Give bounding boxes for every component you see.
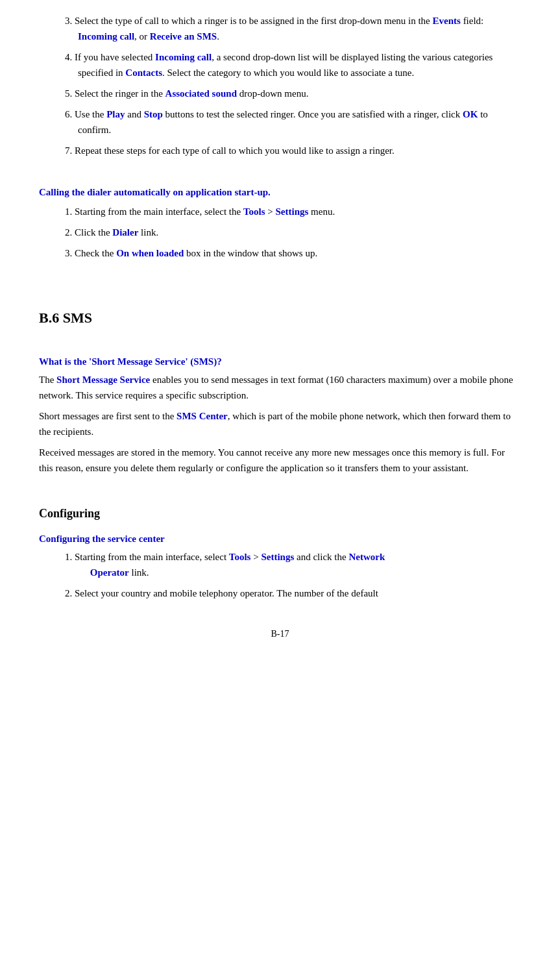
calling-heading: Calling the dialer automatically on appl… bbox=[39, 184, 521, 200]
events-link: Events bbox=[433, 16, 461, 26]
config-item-2-text: Select your country and mobile telephony… bbox=[75, 588, 378, 598]
tools-link: Tools bbox=[243, 206, 265, 217]
stop-link: Stop bbox=[144, 109, 163, 119]
item-3-number: 3. bbox=[65, 16, 75, 26]
calling-item-1-text: Starting from the main interface, select… bbox=[75, 206, 335, 217]
settings-link2: Settings bbox=[261, 552, 294, 562]
configuring-section: Configuring Configuring the service cent… bbox=[39, 504, 521, 601]
sms-para3: Received messages are stored in the memo… bbox=[39, 445, 521, 476]
calling-item-1-number: 1. bbox=[65, 206, 75, 217]
page-number: B-17 bbox=[271, 629, 289, 639]
sms-question-heading: What is the 'Short Message Service' (SMS… bbox=[39, 354, 521, 369]
item-4-text: If you have selected Incoming call, a se… bbox=[75, 52, 493, 78]
contacts-link: Contacts bbox=[125, 68, 162, 78]
page-footer: B-17 bbox=[39, 627, 521, 641]
item-7-text: Repeat these steps for each type of call… bbox=[75, 145, 395, 156]
item-6-number: 6. bbox=[65, 109, 75, 119]
calling-item-3-text: Check the On when loaded box in the wind… bbox=[75, 248, 317, 258]
calling-item-1: 1. Starting from the main interface, sel… bbox=[65, 204, 521, 219]
list-item-3: 3. Select the type of call to which a ri… bbox=[65, 13, 521, 44]
calling-item-3-number: 3. bbox=[65, 248, 75, 258]
config-item-1-number: 1. bbox=[65, 552, 75, 562]
config-item-2: 2. Select your country and mobile teleph… bbox=[65, 585, 521, 601]
list-item-5: 5. Select the ringer in the Associated s… bbox=[65, 86, 521, 101]
configuring-heading: Configuring bbox=[39, 504, 521, 523]
associated-sound-link: Associated sound bbox=[165, 88, 237, 99]
b6-sms-section: B.6 SMS bbox=[39, 306, 521, 329]
item-6-text: Use the Play and Stop buttons to test th… bbox=[75, 109, 488, 135]
calling-item-2: 2. Click the Dialer link. bbox=[65, 225, 521, 240]
page-content: 3. Select the type of call to which a ri… bbox=[39, 13, 521, 641]
item-4-number: 4. bbox=[65, 52, 75, 62]
calling-item-3: 3. Check the On when loaded box in the w… bbox=[65, 245, 521, 261]
configuring-service-center-heading: Configuring the service center bbox=[39, 531, 521, 547]
on-when-loaded-link: On when loaded bbox=[116, 248, 184, 258]
play-link: Play bbox=[106, 109, 125, 119]
sms-para1-before: The bbox=[39, 375, 56, 385]
tools-link2: Tools bbox=[229, 552, 251, 562]
dialer-link: Dialer bbox=[112, 227, 138, 238]
calling-section: Calling the dialer automatically on appl… bbox=[39, 184, 521, 261]
calling-heading-text: Calling the dialer automatically on appl… bbox=[39, 187, 268, 197]
sms-para1: The Short Message Service enables you to… bbox=[39, 372, 521, 403]
sms-para2: Short messages are first sent to the SMS… bbox=[39, 408, 521, 439]
calling-heading-suffix: . bbox=[268, 187, 271, 197]
item-7-number: 7. bbox=[65, 145, 75, 156]
config-item-1: 1. Starting from the main interface, sel… bbox=[65, 549, 521, 580]
numbered-list-top: 3. Select the type of call to which a ri… bbox=[39, 13, 521, 158]
calling-item-2-text: Click the Dialer link. bbox=[75, 227, 158, 238]
item-5-number: 5. bbox=[65, 88, 75, 99]
receive-sms-link: Receive an SMS bbox=[150, 31, 217, 42]
sms-para2-before: Short messages are first sent to the bbox=[39, 411, 177, 421]
b6-heading: B.6 SMS bbox=[39, 306, 521, 329]
ok-link: OK bbox=[463, 109, 478, 119]
config-item-1-text: Starting from the main interface, select… bbox=[75, 552, 385, 578]
calling-item-2-number: 2. bbox=[65, 227, 75, 238]
incoming-call-link: Incoming call bbox=[78, 31, 134, 42]
item-3-text: Select the type of call to which a ringe… bbox=[75, 16, 483, 42]
list-item-4: 4. If you have selected Incoming call, a… bbox=[65, 49, 521, 80]
list-item-6: 6. Use the Play and Stop buttons to test… bbox=[65, 106, 521, 138]
list-item-7: 7. Repeat these steps for each type of c… bbox=[65, 143, 521, 158]
incoming-call-link2: Incoming call bbox=[155, 52, 212, 62]
item-5-text: Select the ringer in the Associated soun… bbox=[75, 88, 308, 99]
config-item-2-number: 2. bbox=[65, 588, 75, 598]
sms-center-link: SMS Center bbox=[177, 411, 228, 421]
short-message-service-link: Short Message Service bbox=[56, 375, 150, 385]
settings-link: Settings bbox=[276, 206, 309, 217]
